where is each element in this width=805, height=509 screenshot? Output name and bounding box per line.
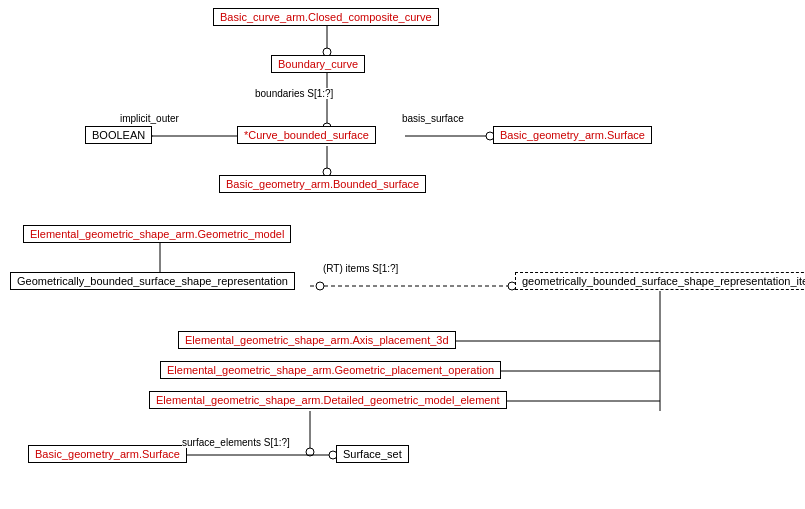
- boundary-curve-box: Boundary_curve: [271, 55, 365, 73]
- basic-geometry-surface-box: Basic_geometry_arm.Surface: [493, 126, 652, 144]
- basic-geometry-bounded-box: Basic_geometry_arm.Bounded_surface: [219, 175, 426, 193]
- geom-bounded-surface-box: Geometrically_bounded_surface_shape_repr…: [10, 272, 295, 290]
- basic-geom-surface2-box: Basic_geometry_arm.Surface: [28, 445, 187, 463]
- detailed-geom-box: Elemental_geometric_shape_arm.Detailed_g…: [149, 391, 507, 409]
- surface-elements-label: surface_elements S[1:?]: [182, 437, 290, 448]
- elemental-geometric-model-box: Elemental_geometric_shape_arm.Geometric_…: [23, 225, 291, 243]
- geom-bounded-item-box: geometrically_bounded_surface_shape_repr…: [515, 272, 805, 290]
- axis-placement-box: Elemental_geometric_shape_arm.Axis_place…: [178, 331, 456, 349]
- basis-surface-label: basis_surface: [402, 113, 464, 124]
- diagram-lines: [0, 0, 805, 509]
- svg-point-14: [316, 282, 324, 290]
- surface-set-box: Surface_set: [336, 445, 409, 463]
- boundaries-label: boundaries S[1:?]: [255, 88, 333, 99]
- diagram: Basic_curve_arm.Closed_composite_curve B…: [0, 0, 805, 509]
- implicit-outer-label: implicit_outer: [120, 113, 179, 124]
- rt-items-label: (RT) items S[1:?]: [323, 263, 398, 274]
- curve-bounded-surface-box: *Curve_bounded_surface: [237, 126, 376, 144]
- basic-curve-arm-box: Basic_curve_arm.Closed_composite_curve: [213, 8, 439, 26]
- geom-placement-box: Elemental_geometric_shape_arm.Geometric_…: [160, 361, 501, 379]
- boolean-box: BOOLEAN: [85, 126, 152, 144]
